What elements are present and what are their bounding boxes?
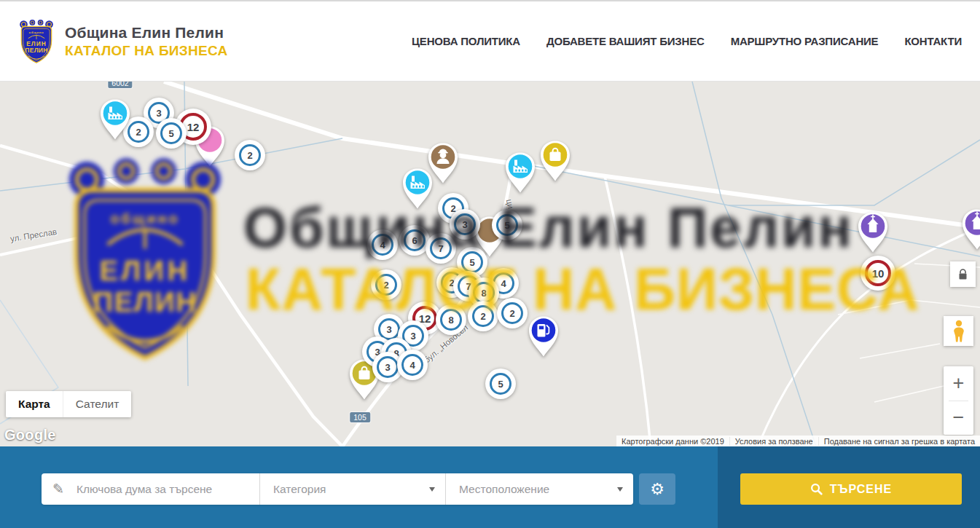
zoom-out-button[interactable]: − xyxy=(944,401,973,436)
search-icon xyxy=(810,483,823,495)
cluster-marker[interactable]: 5 xyxy=(156,118,187,149)
map-attribution: Картографски данни ©2019 Условия за полз… xyxy=(616,436,980,446)
svg-text:общино: общино xyxy=(29,31,44,34)
factory-pin[interactable] xyxy=(98,98,132,143)
cluster-marker[interactable]: 7 xyxy=(426,233,456,264)
report-map-error-link[interactable]: Подаване на сигнал за грешка в картата xyxy=(818,437,980,446)
fuel-station-pin[interactable] xyxy=(527,315,560,360)
nav-item-add-business[interactable]: ДОБАВЕТЕ ВАШИЯТ БИЗНЕС xyxy=(546,35,705,47)
cluster-marker[interactable]: 8 xyxy=(436,304,466,335)
pegman-control[interactable] xyxy=(944,316,973,346)
search-button-panel: ТЪРСЕНЕ xyxy=(718,446,980,528)
category-select[interactable]: Категория xyxy=(260,473,446,505)
attribution-copyright: Картографски данни ©2019 xyxy=(616,437,729,446)
svg-text:ПЕЛИН: ПЕЛИН xyxy=(25,47,47,54)
zoom-control: + − xyxy=(944,366,973,435)
chevron-down-icon xyxy=(429,487,435,492)
brand-subtitle: КАТАЛОГ НА БИЗНЕСА xyxy=(65,43,228,59)
map-canvas[interactable]: 6002105ул. Преславбул. „Новоселци 123252… xyxy=(0,82,980,446)
lock-icon xyxy=(958,269,968,280)
advanced-search-button[interactable]: ⚙ xyxy=(639,473,675,505)
factory-pin[interactable] xyxy=(401,168,434,213)
cluster-marker[interactable]: 4 xyxy=(367,229,398,260)
factory-pin[interactable] xyxy=(503,151,537,197)
location-select-label: Местоположение xyxy=(459,483,549,496)
category-select-label: Категория xyxy=(273,483,326,496)
google-logo[interactable]: Google xyxy=(4,427,56,444)
gear-icon: ⚙ xyxy=(650,481,665,497)
search-fields-panel: ✎ Категория Местоположение ⚙ xyxy=(0,446,718,528)
page: общиноЕЛИНПЕЛИН Община Елин Пелин КАТАЛО… xyxy=(0,0,980,528)
cluster-marker[interactable]: 5 xyxy=(492,210,522,240)
cluster-marker[interactable]: 5 xyxy=(485,369,516,399)
brand[interactable]: общиноЕЛИНПЕЛИН Община Елин Пелин КАТАЛО… xyxy=(18,19,228,64)
church-pin[interactable] xyxy=(960,208,980,253)
cluster-marker[interactable]: 10 xyxy=(861,256,895,291)
chevron-down-icon xyxy=(617,487,623,492)
search-section: ✎ Категория Местоположение ⚙ xyxy=(0,446,980,528)
location-select[interactable]: Местоположение xyxy=(446,473,633,505)
cluster-marker[interactable]: 2 xyxy=(468,301,498,331)
shopping-pin[interactable] xyxy=(538,140,572,185)
nav-item-contacts[interactable]: КОНТАКТИ xyxy=(904,35,962,47)
cluster-marker[interactable]: 2 xyxy=(371,269,401,300)
cluster-marker[interactable]: 2 xyxy=(497,298,528,328)
zoom-in-button[interactable]: + xyxy=(944,366,973,401)
cluster-marker[interactable]: 3 xyxy=(450,209,480,240)
satellite-view-button[interactable]: Сателит xyxy=(63,391,131,417)
map-type-control: Карта Сателит xyxy=(6,391,131,417)
keyword-input[interactable] xyxy=(75,482,259,497)
search-button-label: ТЪРСЕНЕ xyxy=(830,483,892,496)
map-view-button[interactable]: Карта xyxy=(6,391,63,417)
cluster-marker[interactable]: 2 xyxy=(235,140,265,170)
search-button[interactable]: ТЪРСЕНЕ xyxy=(740,473,962,505)
terms-of-use-link[interactable]: Условия за ползване xyxy=(729,437,818,446)
brand-title: Община Елин Пелин xyxy=(65,24,228,42)
svg-text:ЕЛИН: ЕЛИН xyxy=(26,40,46,47)
church-pin[interactable] xyxy=(856,211,890,256)
nav-item-pricing-policy[interactable]: ЦЕНОВА ПОЛИТИКА xyxy=(412,35,520,47)
pegman-icon xyxy=(951,320,967,342)
nav-item-route-schedule[interactable]: МАРШРУТНО РАЗПИСАНИЕ xyxy=(731,35,879,47)
lock-control[interactable] xyxy=(950,261,976,287)
main-nav: ЦЕНОВА ПОЛИТИКА ДОБАВЕТЕ ВАШИЯТ БИЗНЕС М… xyxy=(412,35,962,47)
municipality-emblem-logo: общиноЕЛИНПЕЛИН xyxy=(18,19,55,64)
site-header: общиноЕЛИНПЕЛИН Община Елин Пелин КАТАЛО… xyxy=(0,0,980,82)
pencil-icon: ✎ xyxy=(42,481,75,497)
cluster-marker[interactable]: 4 xyxy=(397,350,428,380)
keyword-field[interactable]: ✎ xyxy=(42,473,260,505)
